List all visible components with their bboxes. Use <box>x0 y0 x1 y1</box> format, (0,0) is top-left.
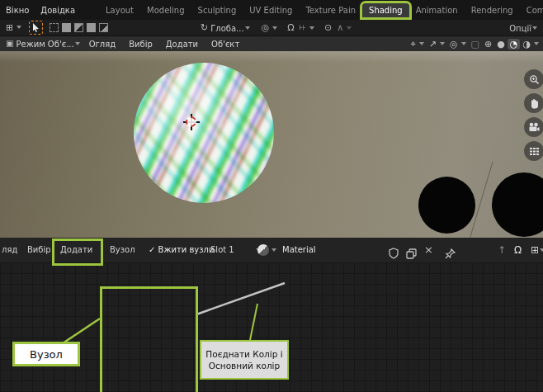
unlink-button[interactable]: × <box>424 238 433 262</box>
gizmos-icon[interactable]: ↗ <box>427 39 439 50</box>
menu-object[interactable]: Об'єкт <box>205 40 246 49</box>
annotation-text-line2: Основний колір <box>209 360 280 371</box>
snap-grid-icon[interactable]: ⊞ <box>531 238 543 262</box>
menu-view[interactable]: Огляд <box>83 40 122 49</box>
tab-compositing[interactable]: Compositing <box>520 3 543 17</box>
overlays-icon[interactable]: ◎ <box>447 39 460 50</box>
viewport-header: ▣ Режим Об'є... Огляд Вибір Додати Об'єк… <box>0 36 543 51</box>
annotation-node-label: Вузол <box>12 342 80 366</box>
pin-icon <box>445 248 456 259</box>
tab-layout[interactable]: Layout <box>99 3 140 17</box>
material-chevron[interactable] <box>271 238 279 262</box>
menu-select[interactable]: Вибір <box>122 40 159 49</box>
tab-texture-paint[interactable]: Texture Pain <box>299 3 362 17</box>
select-visibility-icon[interactable]: ⌖ <box>408 39 418 50</box>
chevron-down-icon <box>461 42 466 45</box>
blender-window: Вікно Довідка Layout Modeling Sculpting … <box>0 0 543 392</box>
pan-button[interactable] <box>524 93 543 113</box>
check-icon: ✓ <box>149 245 155 254</box>
chevron-down-icon <box>272 26 277 30</box>
mode-label: Режим Об'є... <box>16 40 73 49</box>
tool-settings-bar: ⊞ ↻ Глоба... ◎ Ω ⊦⊦ ⊙ ∧ Опції <box>0 20 543 36</box>
chevron-down-icon <box>440 42 445 45</box>
tab-modeling[interactable]: Modeling <box>140 3 191 17</box>
object-mode-icon: ▣ <box>3 36 16 51</box>
workspace-tabs: Layout Modeling Sculpting UV Editing Tex… <box>99 3 543 17</box>
black-sphere-left[interactable] <box>418 177 475 234</box>
slot-dropdown[interactable]: Slot 1 <box>210 238 263 262</box>
shading-rendered-icon[interactable]: ◑ <box>520 39 533 50</box>
chevron-down-icon <box>245 26 250 30</box>
use-nodes-checkbox[interactable]: ✓ Вжити вузли <box>149 238 214 262</box>
snap-magnet-icon[interactable]: Ω <box>514 238 522 262</box>
menu-view-cut[interactable]: ляд <box>2 238 17 262</box>
shield-icon <box>389 248 399 259</box>
highlight-box-add-menu <box>52 239 103 266</box>
chevron-down-icon <box>540 248 543 252</box>
black-sphere-right[interactable] <box>492 172 543 237</box>
tab-animation[interactable]: Animation <box>409 3 465 17</box>
parent-node-tree-button[interactable]: ↑ <box>498 238 506 262</box>
tool-tweak-icon[interactable]: ⊞ <box>3 21 16 35</box>
ortho-toggle-button[interactable] <box>524 141 543 161</box>
hand-icon <box>529 98 540 109</box>
chevron-down-icon <box>532 26 537 30</box>
falloff-icon[interactable]: ∧ <box>334 21 346 35</box>
pin-button[interactable] <box>445 244 456 256</box>
camera-icon <box>528 122 540 132</box>
annotation-text: Вузол <box>30 348 63 361</box>
menu-select[interactable]: Вибір <box>27 238 51 262</box>
transform-tools: ↻ Глоба... ◎ Ω ⊦⊦ ⊙ ∧ <box>198 20 354 36</box>
chevron-down-icon <box>75 42 80 45</box>
chevron-down-icon <box>534 42 539 45</box>
pivot-point-icon[interactable]: ◎ <box>259 21 272 35</box>
tab-sculpting[interactable]: Sculpting <box>191 3 243 17</box>
object-mode-dropdown[interactable]: ▣ Режим Об'є... <box>0 36 83 51</box>
chevron-down-icon <box>419 42 424 45</box>
cursor-3d-icon <box>183 114 200 130</box>
annotation-text-line1: Поєднати Колір і <box>205 348 282 360</box>
active-tool-select-box[interactable] <box>29 21 43 35</box>
topbar: Вікно Довідка Layout Modeling Sculpting … <box>0 0 543 20</box>
menu-node[interactable]: Вузол <box>110 238 135 262</box>
cursor-icon <box>32 23 40 32</box>
select-mode-subtract[interactable] <box>74 23 83 32</box>
orientation-icon: ↻ <box>198 21 210 35</box>
tab-shading[interactable]: Shading <box>362 3 409 17</box>
menu-window[interactable]: Вікно <box>0 6 35 15</box>
menu-help[interactable]: Довідка <box>35 6 81 15</box>
viewport-3d[interactable] <box>0 51 543 238</box>
viewport-nav-buttons <box>524 69 543 161</box>
select-mode-intersect[interactable] <box>99 23 108 32</box>
camera-view-button[interactable] <box>524 117 543 137</box>
chevron-down-icon <box>309 26 314 30</box>
xray-icon[interactable]: ▢ <box>469 39 482 50</box>
copy-material-button[interactable] <box>406 244 417 256</box>
snap-target-icon[interactable]: ⊦⊦ <box>297 21 309 35</box>
snap-magnet-icon[interactable]: Ω <box>285 21 296 35</box>
tab-rendering[interactable]: Rendering <box>465 3 520 17</box>
orientation-dropdown[interactable]: Глоба... <box>210 24 243 33</box>
highlight-box-magic-node <box>100 286 198 392</box>
select-mode-extend[interactable] <box>62 23 71 32</box>
material-ball-icon[interactable] <box>257 244 269 256</box>
shading-solid-icon[interactable]: ● <box>494 39 508 50</box>
material-name-field[interactable]: Material <box>282 238 316 262</box>
select-mode-invert[interactable] <box>87 23 96 32</box>
tab-uv-editing[interactable]: UV Editing <box>243 3 299 17</box>
menu-add[interactable]: Додати <box>159 40 205 49</box>
chevron-down-icon <box>347 26 352 30</box>
magnifier-icon <box>529 74 540 85</box>
options-dropdown[interactable]: Опції <box>509 20 540 36</box>
grid-icon <box>529 147 540 156</box>
fake-user-button[interactable] <box>389 244 399 256</box>
shading-wireframe-icon[interactable]: ⊕ <box>482 39 494 50</box>
shading-material-icon[interactable]: ◔ <box>508 39 521 50</box>
chevron-down-icon <box>272 248 276 252</box>
textured-sphere[interactable] <box>134 63 274 203</box>
select-mode-new[interactable] <box>50 23 59 32</box>
chevron-down-icon <box>17 26 21 29</box>
copy-icon <box>406 248 417 259</box>
zoom-button[interactable] <box>524 69 543 89</box>
proportional-edit-icon[interactable]: ⊙ <box>322 21 334 35</box>
